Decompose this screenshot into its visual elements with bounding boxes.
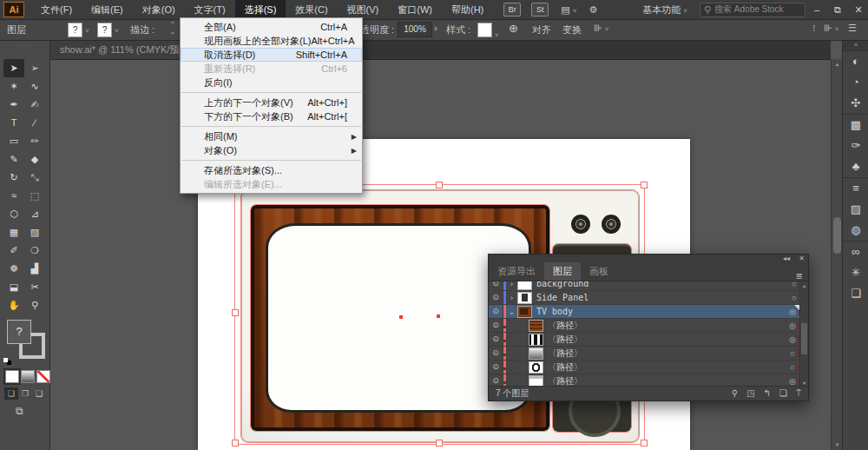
gradient-tool[interactable]: ▨: [24, 223, 45, 242]
menu-item-next-object-below[interactable]: 下方的下一个对象(B)Alt+Ctrl+[: [181, 109, 362, 123]
path-thumbnail[interactable]: [529, 334, 543, 346]
menu-item-same[interactable]: 相同(M)▶: [181, 129, 362, 143]
path-row[interactable]: ⊙ 〈路径〉 ◎: [489, 333, 808, 347]
search-input[interactable]: ⚲ 搜索 Adobe Stock: [700, 3, 806, 17]
none-button[interactable]: [36, 370, 50, 383]
eraser-tool[interactable]: ◆: [24, 150, 45, 169]
opacity-more-button[interactable]: ›: [434, 23, 437, 33]
selection-handle[interactable]: [232, 440, 239, 447]
target-circle-icon[interactable]: ◎: [786, 377, 799, 386]
path-name[interactable]: 〈路径〉: [548, 361, 786, 374]
scroll-down-icon[interactable]: ▾: [800, 380, 808, 386]
menu-select[interactable]: 选择(S): [235, 0, 286, 19]
target-circle-icon[interactable]: ○: [786, 349, 799, 358]
symbols-panel-icon[interactable]: ♣: [843, 156, 868, 177]
opacity-value[interactable]: 100%: [398, 22, 432, 37]
menu-help[interactable]: 帮助(H): [442, 0, 493, 19]
menu-item-deselect[interactable]: 取消选择(D)Shift+Ctrl+A: [181, 48, 362, 62]
panel-grip[interactable]: ∙∙: [0, 42, 49, 50]
gradient-panel-icon[interactable]: ▨: [843, 199, 868, 220]
path-thumbnail[interactable]: [529, 320, 543, 332]
visibility-eye-icon[interactable]: ⊙: [489, 319, 503, 332]
delete-layer-icon[interactable]: ⍑: [796, 388, 801, 399]
width-tool[interactable]: ≈: [3, 187, 24, 205]
clipping-mask-icon[interactable]: ◳: [746, 388, 754, 399]
menu-item-inverse[interactable]: 反向(I): [181, 76, 362, 89]
scrollbar-thumb[interactable]: [801, 323, 807, 354]
layer-name[interactable]: TV body: [536, 307, 786, 316]
path-thumbnail[interactable]: [529, 375, 543, 387]
path-row[interactable]: ⊙ 〈路径〉 ◎: [489, 319, 808, 333]
target-circle-icon[interactable]: ○: [788, 281, 800, 288]
canvas-scrollbar[interactable]: ▴ ▾: [831, 59, 843, 450]
new-layer-icon[interactable]: ❏: [779, 388, 787, 399]
dock-collapse-icon[interactable]: «: [843, 40, 868, 51]
selection-tool[interactable]: ➤: [3, 59, 24, 77]
minimize-button[interactable]: –: [807, 4, 826, 15]
swatches-panel-icon[interactable]: ▩: [843, 114, 868, 136]
path-row[interactable]: ⊙ 〈路径〉 ◎: [489, 374, 808, 387]
line-segment-tool[interactable]: ∕: [24, 114, 45, 132]
panel-dock-icon[interactable]: ⊪ ˅: [824, 23, 838, 34]
menu-item-next-object-above[interactable]: 上方的下一个对象(V)Alt+Ctrl+]: [181, 96, 362, 109]
close-button[interactable]: ✕: [849, 4, 868, 16]
hand-tool[interactable]: ✋: [3, 296, 24, 314]
transform-button[interactable]: 变换: [562, 23, 582, 36]
collapse-panel-icon[interactable]: ◂◂: [783, 255, 790, 262]
menu-file[interactable]: 文件(F): [31, 0, 82, 19]
appearance-panel-icon[interactable]: ✳: [843, 262, 868, 283]
expand-arrow-icon[interactable]: ›: [506, 294, 517, 302]
menu-type[interactable]: 文字(T): [185, 0, 235, 19]
libraries-panel-icon[interactable]: ❏: [843, 283, 868, 304]
panel-menu-icon[interactable]: ≣: [791, 271, 808, 281]
pen-tool[interactable]: ✒: [3, 96, 24, 114]
menu-item-select-all[interactable]: 全部(A)Ctrl+A: [181, 20, 362, 34]
recolor-artwork-icon[interactable]: ✣: [843, 93, 868, 114]
collapse-arrow-icon[interactable]: ⌄: [506, 308, 517, 316]
restore-button[interactable]: ⧉: [828, 4, 847, 16]
path-name[interactable]: 〈路径〉: [548, 334, 786, 346]
fill-swatch-dropdown[interactable]: ? ˅: [68, 23, 89, 37]
layer-name[interactable]: background: [536, 281, 788, 288]
brushes-panel-icon[interactable]: ✑: [843, 136, 868, 156]
layer-name[interactable]: Side Panel: [536, 293, 788, 302]
color-guide-panel-icon[interactable]: ◔: [843, 72, 868, 93]
direct-selection-tool[interactable]: ➢: [24, 59, 45, 77]
eyedropper-tool[interactable]: ✐: [3, 242, 24, 260]
target-circle-icon[interactable]: ○: [786, 363, 799, 372]
list-menu-icon[interactable]: ☰: [848, 23, 857, 34]
creative-cloud-icon[interactable]: ∞: [843, 241, 868, 262]
close-panel-icon[interactable]: ✕: [799, 255, 805, 262]
artboard-tool[interactable]: ⬓: [3, 278, 24, 296]
layer-row-side-panel[interactable]: ⊙ › Side Panel ○: [489, 291, 808, 305]
style-swatch-dropdown[interactable]: ˅: [477, 23, 499, 39]
dots-menu-icon[interactable]: ⁝: [812, 23, 816, 34]
new-sublayer-icon[interactable]: ↰: [764, 388, 771, 399]
blend-tool[interactable]: ❍: [24, 242, 45, 260]
tab-artboards[interactable]: 画板: [581, 262, 617, 281]
path-thumbnail[interactable]: [529, 347, 543, 360]
visibility-eye-icon[interactable]: ⊙: [489, 291, 503, 304]
path-row[interactable]: ⊙ 〈路径〉 ○: [489, 347, 808, 361]
menu-view[interactable]: 视图(V): [338, 0, 389, 19]
visibility-eye-icon[interactable]: ⊙: [489, 374, 503, 387]
menu-object[interactable]: 对象(O): [133, 0, 185, 19]
selection-handle[interactable]: [232, 309, 239, 316]
layer-row-tv-body[interactable]: ⊙ ⌄ TV body ◎: [489, 305, 808, 319]
align-button[interactable]: 对齐: [532, 23, 551, 36]
magic-wand-tool[interactable]: ✶: [3, 77, 24, 96]
selection-handle[interactable]: [436, 182, 443, 189]
gpu-performance-icon[interactable]: ⚙: [589, 4, 597, 16]
fill-stroke-control[interactable]: ?: [7, 320, 45, 360]
panel-options-icon[interactable]: ⊪ ˅: [594, 23, 608, 34]
stroke-stepper[interactable]: ⌃⌄: [170, 20, 175, 36]
locate-object-icon[interactable]: ⚲: [732, 388, 738, 399]
layer-row-background[interactable]: ⊙ › background ○: [489, 281, 808, 291]
visibility-eye-icon[interactable]: ⊙: [489, 305, 503, 318]
draw-inside-mode[interactable]: ❑: [32, 387, 46, 400]
path-thumbnail[interactable]: [529, 361, 543, 374]
scrollbar-thumb[interactable]: [833, 217, 841, 254]
menu-edit[interactable]: 编辑(E): [82, 0, 133, 19]
anchor-point[interactable]: [437, 314, 440, 318]
path-name[interactable]: 〈路径〉: [548, 375, 786, 387]
